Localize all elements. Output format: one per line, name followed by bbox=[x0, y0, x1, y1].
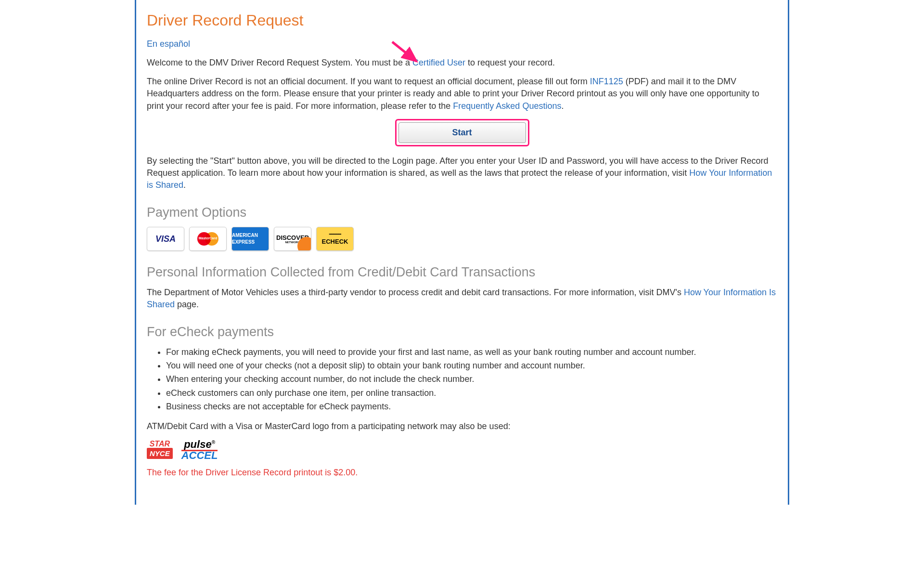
intro-paragraph-1: Welcome to the DMV Driver Record Request… bbox=[147, 57, 777, 69]
fee-notice: The fee for the Driver License Record pr… bbox=[147, 467, 777, 479]
inf1125-link[interactable]: INF1125 bbox=[590, 77, 623, 86]
start-button[interactable]: Start bbox=[398, 122, 526, 143]
list-item: eCheck customers can only purchase one i… bbox=[166, 387, 777, 399]
personal-info-heading: Personal Information Collected from Cred… bbox=[147, 263, 777, 282]
certified-user-link[interactable]: Certified User bbox=[412, 58, 465, 67]
faq-link[interactable]: Frequently Asked Questions bbox=[453, 101, 561, 111]
discover-icon: DISCOVERNETWORK bbox=[274, 227, 311, 251]
mastercard-icon: MasterCard bbox=[189, 227, 227, 251]
amex-icon: AMERICAN EXPRESS bbox=[231, 227, 269, 251]
list-item: When entering your checking account numb… bbox=[166, 373, 777, 385]
pulse-accel-icon: pulse® ACCEL bbox=[181, 439, 218, 460]
echeck-list: For making eCheck payments, you will nee… bbox=[147, 346, 777, 413]
echeck-icon: ━━━━━ECHECK bbox=[316, 227, 354, 251]
start-highlight: Start bbox=[395, 119, 529, 146]
star-nyce-icon: STAR NYCE bbox=[147, 440, 173, 459]
intro-paragraph-2: The online Driver Record is not an offic… bbox=[147, 76, 777, 112]
post-start-paragraph: By selecting the "Start" button above, y… bbox=[147, 155, 777, 192]
spanish-link[interactable]: En español bbox=[147, 39, 190, 49]
payment-options-heading: Payment Options bbox=[147, 204, 777, 222]
list-item: Business checks are not acceptable for e… bbox=[166, 401, 777, 413]
atm-network-row: STAR NYCE pulse® ACCEL bbox=[147, 439, 777, 460]
visa-icon: VISA bbox=[147, 227, 184, 251]
list-item: You will need one of your checks (not a … bbox=[166, 360, 777, 372]
list-item: For making eCheck payments, you will nee… bbox=[166, 346, 777, 358]
personal-info-paragraph: The Department of Motor Vehicles uses a … bbox=[147, 287, 777, 311]
echeck-heading: For eCheck payments bbox=[147, 323, 777, 341]
payment-card-row: VISA MasterCard AMERICAN EXPRESS DISCOVE… bbox=[147, 227, 777, 251]
page-title: Driver Record Request bbox=[147, 10, 777, 31]
atm-debit-paragraph: ATM/Debit Card with a Visa or MasterCard… bbox=[147, 420, 777, 432]
